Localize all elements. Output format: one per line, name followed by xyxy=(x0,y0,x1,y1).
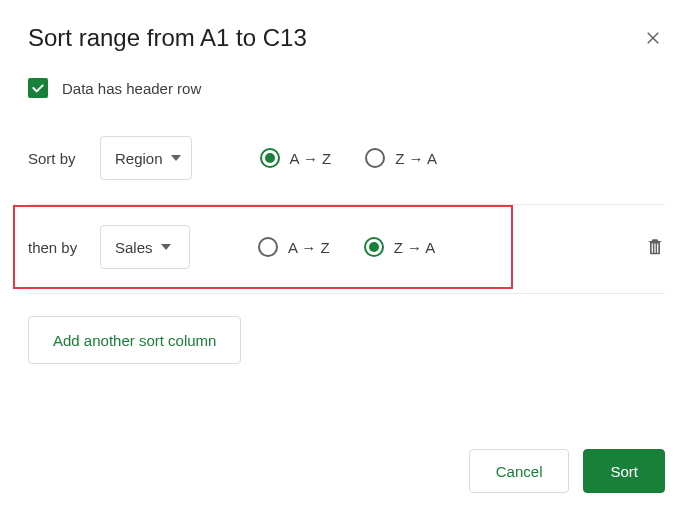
then-direction-group: A → Z Z → A xyxy=(258,237,435,257)
caret-down-icon xyxy=(161,244,171,250)
add-sort-column-button[interactable]: Add another sort column xyxy=(28,316,241,364)
sort-desc-radio[interactable]: Z → A xyxy=(365,148,437,168)
radio-icon xyxy=(365,148,385,168)
then-column-dropdown[interactable]: Sales xyxy=(100,225,190,269)
cancel-button[interactable]: Cancel xyxy=(469,449,570,493)
sort-direction-group: A → Z Z → A xyxy=(260,148,437,168)
then-asc-label: A → Z xyxy=(288,239,330,256)
sort-column-value: Region xyxy=(115,150,163,167)
check-icon xyxy=(30,80,46,96)
then-asc-radio[interactable]: A → Z xyxy=(258,237,330,257)
add-sort-column-label: Add another sort column xyxy=(53,332,216,349)
dialog-title: Sort range from A1 to C13 xyxy=(28,24,307,52)
then-by-label: then by xyxy=(28,239,100,256)
then-desc-radio[interactable]: Z → A xyxy=(364,237,436,257)
caret-down-icon xyxy=(171,155,181,161)
sort-row-secondary-wrap: then by Sales A → Z Z → A xyxy=(28,223,665,271)
close-icon xyxy=(644,29,662,47)
sort-asc-radio[interactable]: A → Z xyxy=(260,148,332,168)
trash-icon xyxy=(645,235,665,257)
sort-range-dialog: Sort range from A1 to C13 Data has heade… xyxy=(0,0,693,384)
header-row-option: Data has header row xyxy=(28,78,665,98)
radio-icon xyxy=(258,237,278,257)
sort-by-label: Sort by xyxy=(28,150,100,167)
radio-icon xyxy=(260,148,280,168)
sort-asc-label: A → Z xyxy=(290,150,332,167)
close-button[interactable] xyxy=(641,26,665,50)
cancel-label: Cancel xyxy=(496,463,543,480)
dialog-header: Sort range from A1 to C13 xyxy=(28,24,665,52)
header-row-checkbox[interactable] xyxy=(28,78,48,98)
sort-button[interactable]: Sort xyxy=(583,449,665,493)
then-column-value: Sales xyxy=(115,239,153,256)
divider xyxy=(28,293,665,294)
sort-row-secondary: then by Sales A → Z Z → A xyxy=(28,223,665,271)
sort-column-dropdown[interactable]: Region xyxy=(100,136,192,180)
sort-desc-label: Z → A xyxy=(395,150,437,167)
radio-icon xyxy=(364,237,384,257)
sort-label: Sort xyxy=(610,463,638,480)
header-row-label: Data has header row xyxy=(62,80,201,97)
then-desc-label: Z → A xyxy=(394,239,436,256)
delete-row-button[interactable] xyxy=(645,235,665,257)
dialog-footer: Cancel Sort xyxy=(469,449,665,493)
sort-row-primary: Sort by Region A → Z Z → A xyxy=(28,134,665,182)
divider xyxy=(28,204,665,205)
